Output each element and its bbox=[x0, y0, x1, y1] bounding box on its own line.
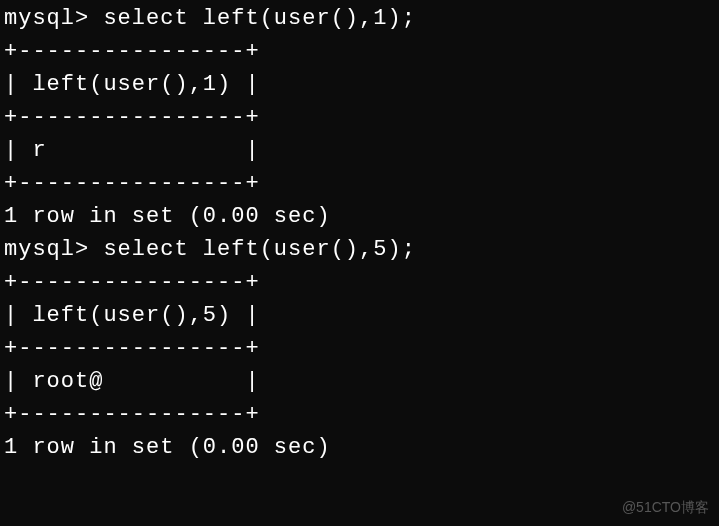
table-border: +----------------+ bbox=[4, 398, 715, 431]
result-summary: 1 row in set (0.00 sec) bbox=[4, 200, 715, 233]
table-border: +----------------+ bbox=[4, 101, 715, 134]
table-header: | left(user(),5) | bbox=[4, 299, 715, 332]
table-row: | r | bbox=[4, 134, 715, 167]
table-row: | root@ | bbox=[4, 365, 715, 398]
table-border: +----------------+ bbox=[4, 167, 715, 200]
terminal-line: mysql> select left(user(),1); bbox=[4, 2, 715, 35]
watermark: @51CTO博客 bbox=[622, 497, 709, 518]
table-header: | left(user(),1) | bbox=[4, 68, 715, 101]
table-border: +----------------+ bbox=[4, 35, 715, 68]
result-summary: 1 row in set (0.00 sec) bbox=[4, 431, 715, 464]
table-border: +----------------+ bbox=[4, 332, 715, 365]
terminal-output: mysql> select left(user(),1); +---------… bbox=[4, 2, 715, 464]
table-border: +----------------+ bbox=[4, 266, 715, 299]
terminal-line: mysql> select left(user(),5); bbox=[4, 233, 715, 266]
